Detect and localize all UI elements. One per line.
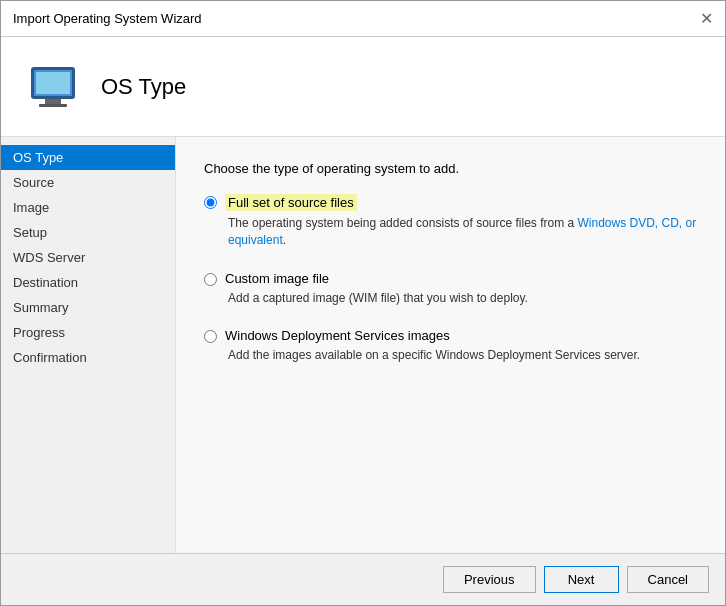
sidebar-item-summary[interactable]: Summary [1, 295, 175, 320]
option-custom-image-label[interactable]: Custom image file [225, 271, 329, 286]
monitor-icon [31, 67, 75, 99]
sidebar-item-destination[interactable]: Destination [1, 270, 175, 295]
main-panel: Choose the type of operating system to a… [176, 137, 725, 553]
option-wds-images-desc: Add the images available on a specific W… [228, 347, 697, 364]
wizard-window: Import Operating System Wizard ✕ OS Type… [0, 0, 726, 606]
sidebar-item-setup[interactable]: Setup [1, 220, 175, 245]
page-title: OS Type [101, 74, 186, 100]
close-button[interactable]: ✕ [700, 11, 713, 27]
option-full-set-label[interactable]: Full set of source files [225, 194, 357, 211]
sidebar-item-progress[interactable]: Progress [1, 320, 175, 345]
option-wds-images-label[interactable]: Windows Deployment Services images [225, 328, 450, 343]
monitor-screen [36, 72, 70, 94]
monitor-stand [45, 99, 61, 104]
sidebar-item-confirmation[interactable]: Confirmation [1, 345, 175, 370]
monitor-base [39, 104, 67, 107]
next-button[interactable]: Next [544, 566, 619, 593]
sidebar-item-wds-server[interactable]: WDS Server [1, 245, 175, 270]
title-bar: Import Operating System Wizard ✕ [1, 1, 725, 37]
os-type-icon [21, 55, 85, 119]
option-custom-image-row: Custom image file [204, 271, 697, 286]
sidebar-item-image[interactable]: Image [1, 195, 175, 220]
sidebar-item-os-type[interactable]: OS Type [1, 145, 175, 170]
sidebar: OS Type Source Image Setup WDS Server De… [1, 137, 176, 553]
option-wds-images-row: Windows Deployment Services images [204, 328, 697, 343]
windows-dvd-link: Windows DVD, CD, or equivalent [228, 216, 696, 247]
window-title: Import Operating System Wizard [13, 11, 202, 26]
cancel-button[interactable]: Cancel [627, 566, 709, 593]
option-wds-images: Windows Deployment Services images Add t… [204, 328, 697, 364]
previous-button[interactable]: Previous [443, 566, 536, 593]
option-wds-images-radio[interactable] [204, 330, 217, 343]
content-area: OS Type Source Image Setup WDS Server De… [1, 137, 725, 553]
option-full-set-row: Full set of source files [204, 194, 697, 211]
option-custom-image-desc: Add a captured image (WIM file) that you… [228, 290, 697, 307]
option-full-set: Full set of source files The operating s… [204, 194, 697, 249]
option-full-set-desc: The operating system being added consist… [228, 215, 697, 249]
footer: Previous Next Cancel [1, 553, 725, 605]
option-custom-image-radio[interactable] [204, 273, 217, 286]
option-full-set-radio[interactable] [204, 196, 217, 209]
option-custom-image: Custom image file Add a captured image (… [204, 271, 697, 307]
instruction-text: Choose the type of operating system to a… [204, 161, 697, 176]
header-area: OS Type [1, 37, 725, 137]
sidebar-item-source[interactable]: Source [1, 170, 175, 195]
